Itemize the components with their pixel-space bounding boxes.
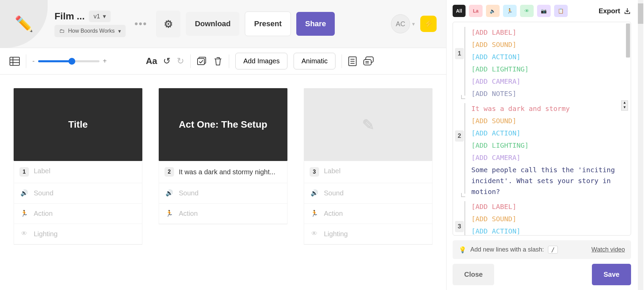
frame-number-badge: 1 (19, 167, 29, 177)
zoom-slider[interactable]: - + (32, 57, 107, 65)
frame-action-row[interactable]: 🏃 Action (14, 204, 142, 224)
filter-action[interactable]: 🏃 (503, 5, 517, 17)
frame-lighting-row[interactable]: 👁 Lighting (304, 224, 432, 244)
hint-text: Add new lines with a slash: (470, 246, 544, 253)
frame-sound-row[interactable]: 🔊 Sound (304, 183, 432, 204)
account-menu[interactable]: AC ▾ (391, 14, 415, 33)
settings-button[interactable]: ⚙ (156, 11, 180, 37)
svg-rect-0 (10, 57, 19, 65)
editor-frame-num: 2 (455, 130, 464, 142)
filter-notes[interactable]: 📋 (554, 5, 568, 17)
app-logo[interactable]: ✏️ (0, 0, 48, 48)
comments-icon[interactable] (363, 56, 374, 66)
frame-label-row[interactable]: 2 It was a dark and stormy night... (159, 161, 287, 183)
version-dropdown[interactable]: v1 ▾ (89, 11, 111, 22)
frame-image-text: Title (68, 119, 88, 130)
text-tool-icon[interactable]: Aa (146, 56, 157, 66)
editor-add-sound[interactable]: [ADD SOUND] (471, 115, 627, 126)
zoom-track[interactable] (38, 60, 99, 62)
editor-label-text[interactable]: It was a dark and stormy (471, 103, 627, 114)
frame-card[interactable]: Act One: The Setup 2 It was a dark and s… (159, 88, 287, 245)
action-icon: 🏃 (19, 210, 29, 217)
folder-dropdown[interactable]: 🗀 How Boords Works ▾ (54, 25, 126, 37)
frame-sound-row[interactable]: 🔊 Sound (159, 183, 287, 204)
close-button[interactable]: Close (453, 264, 494, 285)
undo-icon[interactable]: ↺ (163, 56, 171, 66)
frame-lighting-placeholder: Lighting (324, 230, 348, 238)
download-button[interactable]: Download (186, 12, 239, 36)
filter-label[interactable]: La (469, 5, 483, 17)
frame-action-row[interactable]: 🏃 Action (304, 204, 432, 224)
frame-lighting-placeholder: Lighting (34, 230, 58, 238)
share-button[interactable]: Share (296, 12, 335, 36)
frame-label-placeholder: Label (324, 167, 341, 175)
grid-view-icon[interactable] (10, 57, 20, 66)
eye-icon: 👁 (524, 8, 529, 14)
zoom-in[interactable]: + (103, 57, 107, 65)
camera-icon: 📷 (541, 8, 547, 14)
editor-add-lighting[interactable]: [ADD LIGHTING] (471, 64, 627, 75)
filter-all[interactable]: All (453, 5, 466, 17)
frame-card[interactable]: ✎ 3 Label 🔊 Sound 🏃 Action (304, 88, 433, 245)
editor-notes-text[interactable]: Some people call this the 'inciting inci… (471, 164, 627, 197)
zoom-thumb[interactable] (68, 58, 75, 65)
editor-add-label[interactable]: [ADD LABEL] (471, 201, 627, 212)
script-editor[interactable]: 1 [ADD LABEL] [ADD SOUND] [ADD ACTION] [… (453, 22, 631, 236)
frame-lighting-row[interactable]: 👁 Lighting (14, 224, 142, 244)
watch-video-link[interactable]: Watch video (592, 246, 625, 253)
sound-icon: 🔊 (19, 189, 29, 197)
present-button[interactable]: Present (245, 12, 291, 36)
project-title[interactable]: Film ... (54, 11, 85, 22)
editor-add-lighting[interactable]: [ADD LIGHTING] (471, 140, 627, 151)
frame-action-placeholder: Action (324, 210, 343, 218)
editor-add-sound[interactable]: [ADD SOUND] (471, 39, 627, 50)
avatar-initials: AC (396, 20, 405, 28)
upgrade-button[interactable]: ⚡ (420, 16, 437, 32)
frame-action-placeholder: Action (179, 210, 198, 218)
sound-icon: 🔊 (164, 189, 174, 197)
stepper[interactable]: ▲▼ (621, 100, 628, 111)
notes-panel-icon[interactable] (348, 56, 357, 66)
lighting-icon: 👁 (310, 230, 319, 237)
redo-icon[interactable]: ↻ (177, 56, 184, 66)
lightbulb-icon: 💡 (459, 246, 466, 254)
sound-icon: 🔈 (490, 8, 496, 14)
frame-image-empty[interactable]: ✎ (304, 88, 433, 161)
save-button[interactable]: Save (592, 264, 631, 285)
frame-label-row[interactable]: 3 Label (304, 161, 432, 183)
editor-add-sound[interactable]: [ADD SOUND] (471, 213, 627, 224)
canvas[interactable]: Title 1 Label 🔊 Sound 🏃 Action (0, 75, 446, 290)
frame-sound-placeholder: Sound (179, 189, 199, 197)
pencil-icon: ✎ (362, 116, 375, 133)
animatic-button[interactable]: Animatic (294, 53, 335, 69)
frame-card[interactable]: Title 1 Label 🔊 Sound 🏃 Action (14, 88, 142, 245)
frame-image[interactable]: Act One: The Setup (159, 88, 287, 161)
toolbar: - + Aa ↺ ↻ Add Images Animatic (0, 48, 446, 75)
more-menu[interactable]: ••• (131, 18, 151, 30)
editor-frame-num: 1 (455, 48, 464, 59)
lighting-icon: 👁 (19, 230, 29, 237)
panel-scrollbar[interactable] (638, 0, 643, 290)
editor-scrollbar[interactable] (625, 22, 631, 235)
filter-lighting[interactable]: 👁 (520, 5, 534, 17)
editor-add-action[interactable]: [ADD ACTION] (471, 51, 627, 62)
editor-add-camera[interactable]: [ADD CAMERA] (471, 76, 627, 87)
frame-action-row[interactable]: 🏃 Action (159, 204, 287, 224)
export-button[interactable]: Export (599, 7, 638, 15)
frame-label-row[interactable]: 1 Label (14, 161, 142, 183)
filter-camera[interactable]: 📷 (537, 5, 551, 17)
editor-add-notes[interactable]: [ADD NOTES] (471, 88, 627, 99)
chevron-down-icon: ▾ (118, 28, 121, 34)
action-icon: 🏃 (164, 210, 174, 217)
editor-add-action[interactable]: [ADD ACTION] (471, 226, 627, 236)
editor-add-camera[interactable]: [ADD CAMERA] (471, 152, 627, 163)
select-all-icon[interactable] (197, 57, 207, 66)
frame-sound-row[interactable]: 🔊 Sound (14, 183, 142, 204)
editor-add-action[interactable]: [ADD ACTION] (471, 128, 627, 139)
filter-sound[interactable]: 🔈 (486, 5, 500, 17)
zoom-out[interactable]: - (32, 57, 35, 65)
trash-icon[interactable] (213, 56, 223, 66)
frame-image[interactable]: Title (14, 88, 142, 161)
add-images-button[interactable]: Add Images (235, 53, 287, 69)
editor-add-label[interactable]: [ADD LABEL] (471, 27, 627, 38)
